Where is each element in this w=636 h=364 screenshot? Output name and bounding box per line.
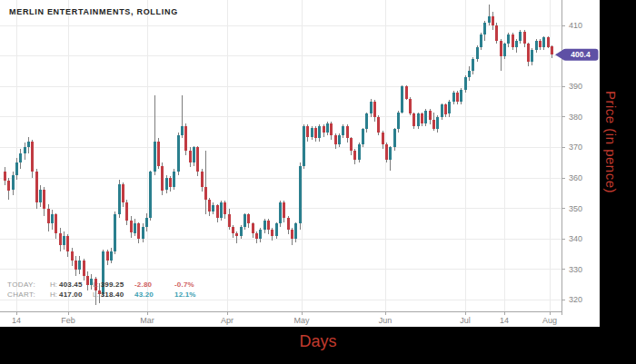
svg-text:Jul: Jul (460, 316, 471, 325)
y-axis-title: Price (in pence) (603, 91, 619, 193)
svg-text:340: 340 (569, 234, 582, 243)
svg-text:350: 350 (569, 204, 582, 213)
chart-high: H:417.00 (50, 290, 93, 300)
svg-text:360: 360 (569, 173, 582, 182)
page-title: MERLIN ENTERTAINMENTS, ROLLING (9, 7, 178, 16)
candlestick-chart[interactable]: 32033034035036037038039041014FebMarAprMa… (0, 0, 600, 327)
today-change: -2.80 (134, 280, 174, 290)
svg-text:410: 410 (569, 21, 582, 30)
svg-text:380: 380 (569, 113, 582, 122)
stats-row-today: TODAY: H:403.45 L:399.25 -2.80 -0.7% (7, 280, 214, 290)
stats-row-chart: CHART: H:417.00 L:318.40 43.20 12.1% (7, 290, 214, 300)
stats-panel: TODAY: H:403.45 L:399.25 -2.80 -0.7% CHA… (7, 280, 214, 300)
today-label: TODAY: (7, 280, 50, 290)
svg-text:Jun: Jun (379, 316, 393, 325)
svg-text:14: 14 (500, 316, 509, 325)
today-low: L:399.25 (93, 280, 134, 290)
svg-text:Feb: Feb (61, 316, 75, 325)
trading-screen: { "window": { "title": "MERLIN ENTERTAIN… (0, 0, 636, 364)
svg-text:320: 320 (569, 295, 582, 304)
chart-label: CHART: (7, 290, 50, 300)
x-axis-title: Days (0, 332, 636, 351)
svg-text:May: May (293, 316, 310, 325)
svg-text:Apr: Apr (221, 316, 234, 325)
svg-text:Aug: Aug (542, 316, 557, 325)
today-change-pct: -0.7% (174, 280, 214, 290)
chart-change: 43.20 (134, 290, 174, 300)
svg-text:370: 370 (569, 143, 582, 152)
svg-text:330: 330 (569, 265, 582, 274)
svg-text:Mar: Mar (140, 316, 154, 325)
today-high: H:403.45 (50, 280, 93, 290)
chart-change-pct: 12.1% (174, 290, 214, 300)
svg-text:14: 14 (12, 316, 21, 325)
chart-low: L:318.40 (93, 290, 134, 300)
svg-text:400.4: 400.4 (571, 50, 591, 59)
svg-text:390: 390 (569, 82, 582, 91)
candles (4, 5, 553, 305)
chart-card: 32033034035036037038039041014FebMarAprMa… (0, 0, 600, 327)
